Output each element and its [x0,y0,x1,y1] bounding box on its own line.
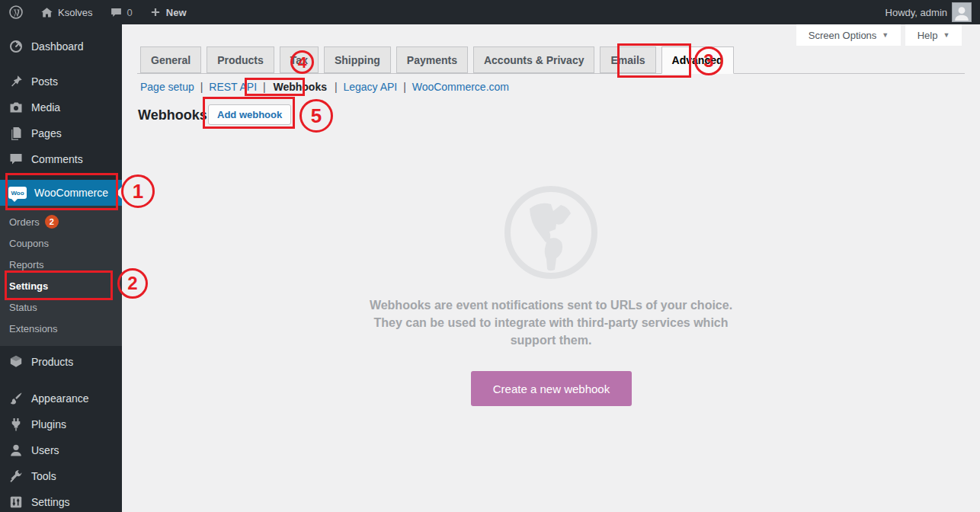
comments-count: 0 [127,7,133,18]
comments-menu[interactable]: 0 [101,0,141,24]
menu-separator [0,172,122,180]
page-title: Webhooks [138,107,207,123]
sidebar-item-media[interactable]: Media [0,94,122,120]
tab-shipping[interactable]: Shipping [324,46,391,73]
sidebar-item-label: Appearance [31,392,89,405]
sidebar-item-appearance[interactable]: Appearance [0,386,122,411]
subnav-separator: | [400,81,409,93]
tab-tax[interactable]: Tax [280,46,319,73]
subnav-link-legacy-api[interactable]: Legacy API [343,81,397,93]
admin-sidebar: Dashboard Posts Media Pages Comments Woo… [0,24,122,512]
menu-separator [0,24,122,34]
submenu-item-coupons[interactable]: Coupons [0,232,122,254]
subnav-link-webhooks[interactable]: Webhooks [271,81,328,93]
howdy-account-menu[interactable]: Howdy, admin [877,0,980,24]
sidebar-item-posts[interactable]: Posts [0,69,122,94]
empty-message-line: They can be used to integrate with third… [349,314,753,331]
sidebar-item-settings[interactable]: Settings [0,489,122,512]
sidebar-item-dashboard[interactable]: Dashboard [0,34,122,59]
new-content-menu[interactable]: New [141,0,195,24]
avatar-person-icon [953,5,970,21]
add-webhook-button[interactable]: Add webhook [208,104,291,125]
sidebar-item-pages[interactable]: Pages [0,120,122,146]
annotation-step-2: 2 [117,268,148,299]
chevron-down-icon: ▼ [943,31,950,39]
submenu-item-settings[interactable]: Settings [0,275,122,296]
home-icon [40,6,53,19]
subnav-separator: | [197,81,207,93]
submenu-item-label: Extensions [9,323,58,334]
cube-icon [8,354,24,370]
webhooks-empty-message: Webhooks are event notifications sent to… [349,296,753,349]
sliders-icon [8,494,24,510]
new-label: New [166,7,187,18]
admin-bar: Ksolves 0 New Howdy, admin [0,0,980,24]
annotation-step-5: 5 [299,99,333,133]
globe-icon [501,183,600,282]
submenu-item-label: Orders [9,216,40,228]
subnav-link-rest-api[interactable]: REST API [209,81,257,93]
wordpress-logo-menu[interactable] [0,0,32,24]
sidebar-item-label: Posts [31,75,58,88]
dashboard-icon [8,39,24,54]
submenu-item-label: Coupons [9,238,49,249]
empty-message-line: support them. [349,331,753,349]
advanced-subnav: Page setup | REST API | Webhooks | Legac… [140,81,509,93]
sidebar-item-label: Comments [31,153,83,165]
submenu-item-reports[interactable]: Reports [0,254,122,275]
annotation-step-1: 1 [121,174,155,208]
submenu-item-orders[interactable]: Orders 2 [0,211,122,232]
settings-tabs: General Products Tax Shipping Payments A… [140,46,734,74]
help-button[interactable]: Help ▼ [905,24,962,46]
tab-accounts-privacy[interactable]: Accounts & Privacy [473,46,595,73]
avatar [952,2,972,22]
brush-icon [8,391,24,406]
user-icon [8,443,24,458]
tab-advanced[interactable]: Advanced [661,46,734,74]
sidebar-item-label: WooCommerce [34,187,108,199]
sidebar-item-users[interactable]: Users [0,437,122,463]
tab-products[interactable]: Products [207,46,274,73]
tab-payments[interactable]: Payments [396,46,468,73]
sidebar-item-woocommerce[interactable]: Woo WooCommerce [0,180,122,206]
plus-icon [149,6,162,18]
sidebar-item-comments[interactable]: Comments [0,146,122,172]
subnav-separator: | [331,81,341,93]
woocommerce-icon: Woo [8,187,27,199]
sidebar-item-label: Media [31,101,60,114]
menu-separator [0,375,122,386]
comment-bubble-icon [110,6,123,19]
orders-count-badge: 2 [45,215,59,229]
chevron-down-icon: ▼ [882,31,889,39]
menu-separator [0,59,122,69]
empty-message-line: Webhooks are event notifications sent to… [349,296,753,314]
screen-options-label: Screen Options [809,30,877,41]
sidebar-item-label: Products [31,356,73,368]
media-icon [8,100,24,115]
sidebar-item-label: Dashboard [31,40,84,53]
pin-icon [8,74,24,89]
sidebar-item-label: Plugins [31,418,66,430]
subnav-separator: | [260,81,269,93]
wordpress-logo-icon [8,5,24,20]
create-webhook-button[interactable]: Create a new webhook [471,371,632,406]
sidebar-item-label: Tools [31,470,56,482]
subnav-link-woocommerce-com[interactable]: WooCommerce.com [412,81,509,93]
wrench-icon [8,469,24,484]
submenu-item-label: Reports [9,259,44,270]
site-name-menu[interactable]: Ksolves [32,0,101,24]
submenu-item-extensions[interactable]: Extensions [0,318,122,339]
site-name-label: Ksolves [58,7,93,18]
submenu-item-status[interactable]: Status [0,296,122,318]
tab-general[interactable]: General [140,46,201,73]
sidebar-item-products[interactable]: Products [0,349,122,375]
tab-emails[interactable]: Emails [600,46,655,73]
sidebar-item-plugins[interactable]: Plugins [0,411,122,437]
subnav-link-page-setup[interactable]: Page setup [140,81,194,93]
sidebar-item-label: Users [31,444,59,456]
current-menu-arrow [116,187,122,199]
comments-icon [8,152,24,167]
plug-icon [8,417,24,432]
sidebar-item-tools[interactable]: Tools [0,463,122,489]
screen-options-button[interactable]: Screen Options ▼ [796,24,901,46]
